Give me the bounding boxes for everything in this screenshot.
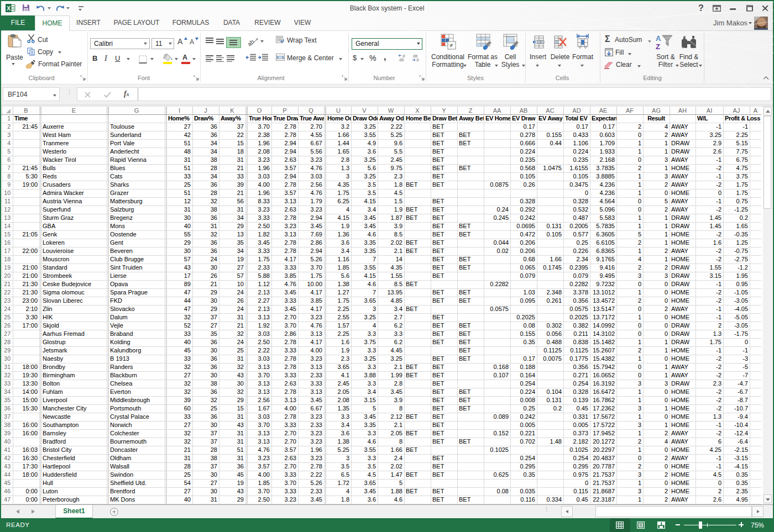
svg-text:.00: .00 [399,58,404,62]
svg-text:≠: ≠ [449,42,453,49]
svg-text:A: A [656,34,661,43]
svg-text:.0: .0 [402,54,405,58]
svg-text:.0: .0 [416,58,419,62]
svg-text:Z: Z [656,43,660,51]
svg-text:.00: .00 [412,54,417,58]
